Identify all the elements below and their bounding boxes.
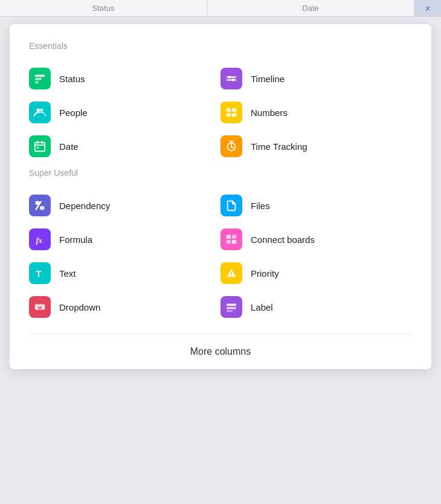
svg-rect-1 <box>35 78 42 80</box>
svg-rect-30 <box>227 311 233 312</box>
svg-text:fx: fx <box>36 236 43 245</box>
column-item-formula[interactable]: fx Formula <box>29 222 220 256</box>
svg-rect-11 <box>227 113 231 117</box>
time-tracking-label: Time Tracking <box>251 141 307 152</box>
dependency-label: Dependency <box>59 201 110 211</box>
essentials-title: Essentials <box>29 41 412 51</box>
svg-rect-0 <box>35 75 45 77</box>
dropdown-icon <box>29 296 51 318</box>
column-picker-panel: Essentials Status <box>10 24 431 369</box>
text-label: Text <box>59 268 76 279</box>
svg-rect-21 <box>227 240 231 244</box>
column-item-numbers[interactable]: Numbers <box>220 95 412 129</box>
label-icon <box>220 296 242 318</box>
numbers-icon <box>220 102 242 123</box>
dependency-icon <box>29 195 51 216</box>
files-label: Files <box>251 201 270 211</box>
time-tracking-icon <box>220 135 242 157</box>
svg-rect-3 <box>227 76 237 78</box>
timeline-icon <box>220 68 242 89</box>
close-button[interactable]: × <box>414 0 441 16</box>
svg-rect-10 <box>232 108 236 112</box>
svg-point-8 <box>40 109 43 112</box>
column-item-status[interactable]: Status <box>29 62 220 95</box>
svg-point-7 <box>37 109 40 112</box>
label-label: Label <box>251 302 273 312</box>
essentials-grid: Status Timeline <box>29 62 412 163</box>
formula-label: Formula <box>59 234 92 245</box>
column-item-priority[interactable]: Priority <box>220 256 412 290</box>
numbers-label: Numbers <box>251 108 288 118</box>
column-item-time-tracking[interactable]: Time Tracking <box>220 129 412 163</box>
text-icon: T <box>29 262 51 284</box>
column-item-timeline[interactable]: Timeline <box>220 62 412 95</box>
timeline-label: Timeline <box>251 74 285 84</box>
column-item-date[interactable]: Date <box>29 129 220 163</box>
svg-rect-17 <box>36 201 40 205</box>
status-label: Status <box>59 74 85 84</box>
priority-icon <box>220 262 242 284</box>
people-label: People <box>59 108 88 118</box>
connect-boards-icon <box>220 228 242 250</box>
svg-rect-20 <box>232 235 236 239</box>
priority-label: Priority <box>251 268 279 279</box>
date-icon <box>29 135 51 157</box>
status-column-header: Status <box>0 0 207 16</box>
svg-rect-22 <box>232 240 236 244</box>
super-useful-section: Super Useful Dependency <box>29 168 412 324</box>
files-icon <box>220 195 242 216</box>
essentials-section: Essentials Status <box>29 41 412 163</box>
svg-rect-25 <box>231 272 232 275</box>
column-item-dependency[interactable]: Dependency <box>29 189 220 222</box>
svg-rect-29 <box>227 307 237 309</box>
column-item-files[interactable]: Files <box>220 189 412 222</box>
svg-rect-13 <box>35 143 45 152</box>
svg-rect-19 <box>227 235 231 239</box>
column-item-people[interactable]: People <box>29 95 220 129</box>
super-useful-title: Super Useful <box>29 168 412 178</box>
formula-icon: fx <box>29 228 51 250</box>
svg-rect-12 <box>232 113 236 117</box>
people-icon <box>29 102 51 123</box>
svg-rect-16 <box>40 206 44 210</box>
column-item-text[interactable]: T Text <box>29 256 220 290</box>
svg-rect-9 <box>227 108 231 112</box>
svg-point-6 <box>231 79 234 82</box>
column-item-dropdown[interactable]: Dropdown <box>29 290 220 324</box>
column-item-connect-boards[interactable]: Connect boards <box>220 222 412 256</box>
svg-rect-14 <box>37 147 39 149</box>
svg-rect-28 <box>227 304 237 306</box>
svg-rect-2 <box>35 82 39 84</box>
svg-point-26 <box>231 276 232 277</box>
screen: Status Date × Essentials <box>0 0 441 504</box>
date-label: Date <box>59 141 79 152</box>
svg-text:T: T <box>36 269 42 279</box>
status-icon <box>29 68 51 89</box>
more-columns-button[interactable]: More columns <box>29 334 412 369</box>
dropdown-label: Dropdown <box>59 302 100 312</box>
date-column-header: Date <box>207 0 414 16</box>
connect-boards-label: Connect boards <box>251 234 315 245</box>
svg-rect-4 <box>227 79 237 81</box>
column-item-label[interactable]: Label <box>220 290 412 324</box>
super-useful-grid: Dependency Files f <box>29 189 412 324</box>
svg-point-5 <box>228 76 231 79</box>
top-bar: Status Date × <box>0 0 441 17</box>
